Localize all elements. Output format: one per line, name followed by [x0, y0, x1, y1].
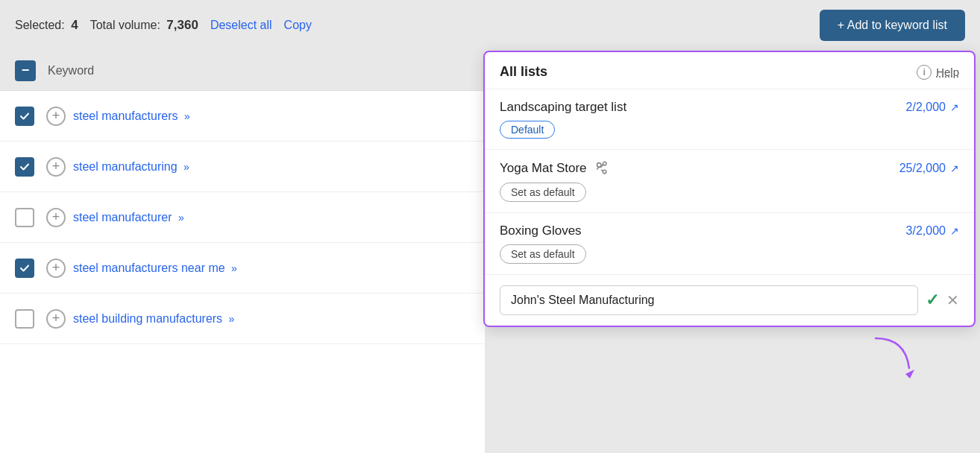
top-bar-left: Selected: 4 Total volume: 7,360 Deselect…	[15, 18, 808, 33]
svg-line-4	[601, 170, 603, 171]
list-item-boxing: Boxing Gloves 3/2,000 ↗ Set as default	[485, 213, 974, 275]
list-name-yoga: Yoga Mat Store	[500, 160, 609, 177]
total-volume-count: 7,360	[166, 18, 198, 32]
set-default-boxing-button[interactable]: Set as default	[500, 244, 586, 264]
list-item-yoga: Yoga Mat Store 25/2,000 ↗ Set as default	[485, 150, 974, 213]
set-default-yoga-button[interactable]: Set as default	[500, 183, 586, 202]
panel-title: All lists	[500, 64, 547, 80]
list-item-row: Yoga Mat Store 25/2,000 ↗	[500, 160, 959, 177]
expand-row-1[interactable]: +	[46, 107, 66, 126]
top-bar: Selected: 4 Total volume: 7,360 Deselect…	[0, 0, 980, 51]
row-checkbox-3[interactable]	[15, 208, 34, 227]
shared-icon	[593, 160, 609, 177]
external-link-icon-landscaping: ↗	[950, 101, 959, 113]
list-name-landscaping: Landscaping target list	[500, 100, 626, 115]
cancel-new-list-button[interactable]: ✕	[946, 291, 959, 309]
table-header: − Keyword	[0, 51, 485, 91]
expand-row-5[interactable]: +	[46, 309, 66, 329]
row-checkbox-1[interactable]	[15, 107, 34, 126]
expand-row-3[interactable]: +	[46, 208, 66, 227]
total-volume-label: Total volume: 7,360	[90, 18, 198, 33]
expand-row-4[interactable]: +	[46, 259, 66, 278]
list-item-landscaping: Landscaping target list 2/2,000 ↗ Defaul…	[485, 89, 974, 150]
list-name-boxing: Boxing Gloves	[500, 224, 582, 238]
keyword-text-1[interactable]: steel manufacturers »	[73, 110, 190, 123]
row-checkbox-5[interactable]	[15, 309, 34, 329]
add-to-keyword-list-button[interactable]: + Add to keyword list	[820, 10, 965, 41]
deselect-all-button[interactable]: Deselect all	[210, 19, 272, 32]
new-list-area: ✓ ✕	[485, 275, 974, 326]
list-item-row: Boxing Gloves 3/2,000 ↗	[500, 224, 959, 238]
row-checkbox-4[interactable]	[15, 259, 34, 278]
selected-label: Selected: 4	[15, 18, 78, 33]
svg-point-0	[597, 163, 601, 168]
external-link-icon-yoga: ↗	[950, 162, 959, 174]
panel-header: All lists i Help	[485, 52, 974, 89]
table-row: + steel building manufacturers »	[0, 294, 485, 344]
list-count-landscaping[interactable]: 2/2,000 ↗	[906, 101, 959, 114]
table-row: + steel manufacturer »	[0, 192, 485, 243]
list-item-row: Landscaping target list 2/2,000 ↗	[500, 100, 959, 115]
list-count-yoga[interactable]: 25/2,000 ↗	[899, 162, 959, 175]
help-link[interactable]: i Help	[917, 65, 959, 80]
list-count-boxing[interactable]: 3/2,000 ↗	[906, 224, 959, 238]
confirm-new-list-button[interactable]: ✓	[926, 291, 939, 310]
info-icon: i	[917, 65, 932, 80]
keyword-column-header: Keyword	[48, 64, 94, 77]
table-row: + steel manufacturers near me »	[0, 243, 485, 294]
external-link-icon-boxing: ↗	[950, 225, 959, 237]
keyword-text-5[interactable]: steel building manufacturers »	[73, 312, 234, 326]
table-row: + steel manufacturers »	[0, 91, 485, 142]
select-all-checkbox[interactable]: −	[15, 60, 36, 81]
default-badge: Default	[500, 121, 555, 139]
list-badge-default[interactable]: Default	[500, 121, 959, 139]
copy-button[interactable]: Copy	[284, 19, 312, 32]
keyword-text-3[interactable]: steel manufacturer »	[73, 211, 184, 224]
new-list-name-input[interactable]	[500, 285, 918, 315]
keyword-table: − Keyword + steel manufacturers » + stee…	[0, 51, 485, 453]
expand-row-2[interactable]: +	[46, 157, 66, 177]
keyword-list-dropdown: All lists i Help Landscaping target list…	[483, 51, 976, 327]
selected-count: 4	[71, 18, 78, 32]
keyword-text-2[interactable]: steel manufacturing »	[73, 160, 189, 174]
row-checkbox-2[interactable]	[15, 157, 34, 177]
table-row: + steel manufacturing »	[0, 142, 485, 192]
keyword-text-4[interactable]: steel manufacturers near me »	[73, 262, 237, 275]
